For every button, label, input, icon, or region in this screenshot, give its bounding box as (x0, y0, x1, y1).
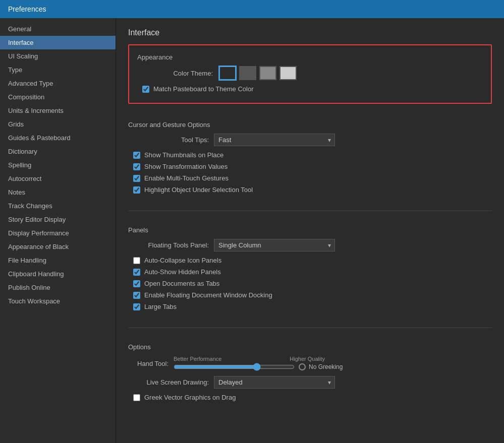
swatch-dark[interactable] (219, 66, 236, 80)
sidebar-item-units-increments[interactable]: Units & Increments (0, 104, 116, 117)
sidebar-item-ui-scaling[interactable]: UI Scaling (0, 49, 116, 63)
color-theme-label: Color Theme: (167, 70, 213, 77)
enable-floating-dock-checkbox[interactable] (133, 292, 140, 299)
large-tabs-row: Large Tabs (128, 303, 492, 310)
auto-show-hidden-row: Auto-Show Hidden Panels (128, 268, 492, 276)
sidebar-item-touch-workspace[interactable]: Touch Workspace (0, 294, 116, 308)
show-thumbnails-row: Show Thumbnails on Place (128, 151, 492, 159)
match-pasteboard-row: Match Pasteboard to Theme Color (137, 85, 483, 93)
live-screen-label: Live Screen Drawing: (128, 378, 209, 386)
open-as-tabs-label[interactable]: Open Documents as Tabs (144, 280, 219, 287)
separator-1 (128, 211, 492, 211)
highlight-object-label[interactable]: Highlight Object Under Selection Tool (144, 186, 253, 194)
enable-floating-dock-row: Enable Floating Document Window Docking (128, 291, 492, 299)
sidebar-item-publish-online[interactable]: Publish Online (0, 281, 116, 294)
main-container: GeneralInterfaceUI ScalingTypeAdvanced T… (0, 18, 504, 443)
no-greeking-radio-row: No Greeking (299, 363, 343, 370)
show-transformation-checkbox[interactable] (133, 163, 140, 170)
live-screen-dropdown[interactable]: Delayed Immediate Never (214, 376, 335, 389)
swatch-medium[interactable] (259, 66, 276, 80)
sidebar-item-track-changes[interactable]: Track Changes (0, 199, 116, 213)
page-title: Interface (128, 28, 492, 37)
sidebar-item-appearance-of-black[interactable]: Appearance of Black (0, 240, 116, 254)
cursor-gesture-label: Cursor and Gesture Options (128, 121, 492, 129)
sidebar-item-notes[interactable]: Notes (0, 185, 116, 199)
sidebar-item-dictionary[interactable]: Dictionary (0, 145, 116, 158)
show-transformation-row: Show Transformation Values (128, 163, 492, 170)
open-as-tabs-checkbox[interactable] (133, 280, 140, 287)
hand-tool-slider[interactable] (174, 363, 295, 371)
panels-label: Panels (128, 226, 492, 234)
hand-tool-label: Hand Tool: (128, 360, 169, 367)
floating-tools-dropdown-wrapper: Single Column Double Column Single Row (214, 239, 335, 251)
enable-multitouch-label[interactable]: Enable Multi-Touch Gestures (144, 174, 229, 182)
title-bar-label: Preferences (8, 5, 46, 13)
live-screen-dropdown-wrapper: Delayed Immediate Never (214, 376, 335, 389)
greek-vector-row: Greek Vector Graphics on Drag (128, 394, 492, 401)
floating-tools-label: Floating Tools Panel: (128, 241, 209, 249)
greek-vector-label[interactable]: Greek Vector Graphics on Drag (144, 394, 236, 401)
sidebar-item-story-editor-display[interactable]: Story Editor Display (0, 213, 116, 226)
auto-show-hidden-checkbox[interactable] (133, 269, 140, 276)
sidebar-item-grids[interactable]: Grids (0, 117, 116, 131)
content-area: Interface Appearance Color Theme: Match … (116, 18, 504, 443)
appearance-label: Appearance (137, 53, 483, 61)
sidebar-item-interface[interactable]: Interface (0, 36, 116, 49)
title-bar: Preferences (0, 0, 504, 18)
sidebar-item-clipboard-handling[interactable]: Clipboard Handling (0, 267, 116, 281)
enable-multitouch-checkbox[interactable] (133, 175, 140, 182)
sidebar-item-composition[interactable]: Composition (0, 90, 116, 104)
auto-collapse-row: Auto-Collapse Icon Panels (128, 257, 492, 264)
large-tabs-checkbox[interactable] (133, 303, 140, 310)
highlight-object-row: Highlight Object Under Selection Tool (128, 186, 492, 194)
slider-container: No Greeking (174, 363, 343, 371)
sidebar: GeneralInterfaceUI ScalingTypeAdvanced T… (0, 18, 116, 443)
panels-section: Panels Floating Tools Panel: Single Colu… (128, 218, 492, 321)
swatch-medium-dark[interactable] (239, 66, 256, 80)
floating-tools-dropdown[interactable]: Single Column Double Column Single Row (214, 239, 335, 251)
sidebar-item-general[interactable]: General (0, 22, 116, 36)
sidebar-item-spelling[interactable]: Spelling (0, 158, 116, 172)
options-section: Options Hand Tool: Better Performance Hi… (128, 335, 492, 411)
highlight-object-checkbox[interactable] (133, 186, 140, 194)
auto-show-hidden-label[interactable]: Auto-Show Hidden Panels (144, 268, 221, 276)
tooltips-row: Tool Tips: Fast Normal None (128, 134, 492, 146)
appearance-section: Appearance Color Theme: Match Pasteboard… (128, 44, 492, 104)
higher-quality-label: Higher Quality (290, 356, 325, 362)
separator-2 (128, 328, 492, 328)
floating-tools-row: Floating Tools Panel: Single Column Doub… (128, 239, 492, 251)
auto-collapse-checkbox[interactable] (133, 257, 140, 264)
better-performance-label: Better Performance (174, 356, 221, 362)
hand-tool-slider-wrapper: Better Performance Higher Quality No Gre… (174, 356, 343, 371)
large-tabs-label[interactable]: Large Tabs (144, 303, 177, 310)
sidebar-item-file-handling[interactable]: File Handling (0, 254, 116, 267)
no-greeking-label: No Greeking (309, 363, 343, 370)
show-thumbnails-label[interactable]: Show Thumbnails on Place (144, 151, 223, 159)
slider-labels: Better Performance Higher Quality (174, 356, 325, 362)
tooltips-dropdown-wrapper: Fast Normal None (214, 134, 335, 146)
live-screen-row: Live Screen Drawing: Delayed Immediate N… (128, 376, 492, 389)
greek-vector-checkbox[interactable] (133, 394, 140, 401)
sidebar-item-display-performance[interactable]: Display Performance (0, 226, 116, 240)
color-theme-row: Color Theme: (137, 66, 483, 80)
tooltips-label: Tool Tips: (128, 136, 209, 144)
match-pasteboard-checkbox[interactable] (142, 86, 149, 93)
show-transformation-label[interactable]: Show Transformation Values (144, 163, 228, 170)
hand-tool-row: Hand Tool: Better Performance Higher Qua… (128, 356, 492, 371)
open-as-tabs-row: Open Documents as Tabs (128, 280, 492, 287)
cursor-gesture-section: Cursor and Gesture Options Tool Tips: Fa… (128, 113, 492, 204)
sidebar-item-guides-pasteboard[interactable]: Guides & Pasteboard (0, 131, 116, 145)
enable-multitouch-row: Enable Multi-Touch Gestures (128, 174, 492, 182)
no-greeking-radio[interactable] (299, 363, 306, 370)
show-thumbnails-checkbox[interactable] (133, 152, 140, 159)
swatch-light[interactable] (279, 66, 297, 80)
sidebar-item-type[interactable]: Type (0, 63, 116, 77)
tooltips-dropdown[interactable]: Fast Normal None (214, 134, 335, 146)
options-label: Options (128, 343, 492, 351)
sidebar-item-autocorrect[interactable]: Autocorrect (0, 172, 116, 185)
auto-collapse-label[interactable]: Auto-Collapse Icon Panels (144, 257, 221, 264)
enable-floating-dock-label[interactable]: Enable Floating Document Window Docking (144, 291, 272, 299)
sidebar-item-advanced-type[interactable]: Advanced Type (0, 77, 116, 90)
match-pasteboard-label[interactable]: Match Pasteboard to Theme Color (153, 85, 253, 93)
